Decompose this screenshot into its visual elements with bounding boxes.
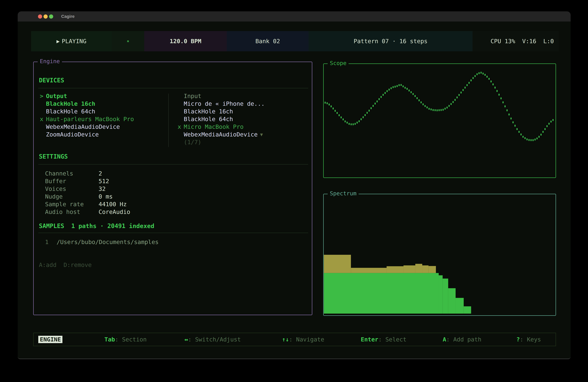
output-device-label: ZoomAudioDevice (46, 131, 99, 138)
column-separator (168, 94, 169, 147)
device-marker (40, 123, 46, 130)
shortcut-key: Tab (105, 336, 115, 343)
setting-value: 44100 Hz (99, 201, 127, 208)
cursor-marker: > (40, 93, 46, 100)
input-header-row: Input (178, 92, 265, 100)
output-device-list: > Output BlackHole 16ch BlackHole 64chxH… (40, 92, 134, 138)
device-marker (178, 116, 184, 122)
transport-label: PLAYING (62, 38, 86, 44)
setting-label: Nudge (45, 193, 99, 200)
window-title: Cagire (61, 14, 75, 19)
output-device-row[interactable]: BlackHole 64ch (40, 108, 134, 115)
setting-label: Sample rate (45, 201, 99, 208)
setting-label: Voices (45, 185, 99, 192)
settings-row[interactable]: Buffer512 (45, 177, 130, 185)
active-device-marker: x (40, 116, 46, 122)
settings-heading: SETTINGS (39, 153, 68, 160)
activity-dot-icon (127, 40, 129, 42)
scope-panel-title: Scope (328, 60, 349, 66)
mode-badge: ENGINE (38, 336, 63, 343)
settings-row[interactable]: Nudge0 ms (45, 193, 130, 200)
settings-row[interactable]: Audio hostCoreAudio (45, 208, 130, 216)
setting-value: CoreAudio (99, 208, 130, 215)
help-bar: ENGINE Tab: Section↔: Switch/Adjust↑↓: N… (33, 333, 556, 346)
shortcut-desc: : Select (378, 336, 406, 343)
input-device-row[interactable]: Micro de « iPhone de... (178, 100, 265, 108)
close-button[interactable] (38, 14, 42, 19)
transport-status: ▶ PLAYING (31, 31, 112, 51)
output-device-row[interactable]: xHaut-parleurs MacBook Pro (40, 115, 134, 123)
shortcut-key: ↔ (185, 336, 188, 343)
setting-label: Audio host (45, 208, 99, 215)
device-marker (178, 131, 184, 138)
setting-value: 512 (99, 178, 109, 184)
titlebar: Cagire (18, 11, 571, 21)
input-device-row[interactable]: WebexMediaAudioDevice▼ (178, 131, 265, 138)
sample-paths-list: 1/Users/bubo/Documents/samples (45, 238, 159, 246)
shortcut-hint: ↑↓: Navigate (282, 336, 324, 343)
bank-display: Bank 02 (227, 31, 309, 51)
divider (38, 164, 308, 164)
input-device-row[interactable]: BlackHole 64ch (178, 115, 265, 123)
input-device-label: Micro de « iPhone de... (184, 100, 265, 107)
device-marker (178, 100, 184, 107)
shortcut-desc: : Keys (520, 336, 541, 343)
input-device-row[interactable]: BlackHole 16ch (178, 108, 265, 115)
sample-path-row[interactable]: 1/Users/bubo/Documents/samples (45, 238, 159, 246)
device-marker (40, 100, 46, 107)
samples-heading: SAMPLES 1 paths · 20491 indexed (39, 222, 154, 229)
device-marker (40, 131, 46, 138)
settings-row[interactable]: Sample rate44100 Hz (45, 200, 130, 208)
input-device-label: WebexMediaAudioDevice (184, 131, 257, 138)
settings-row[interactable]: Voices32 (45, 185, 130, 193)
shortcut-hint: Enter: Select (361, 336, 406, 343)
active-device-marker: x (178, 123, 184, 130)
input-device-list: Input Micro de « iPhone de... BlackHole … (178, 92, 265, 146)
settings-table: Channels2Buffer512Voices32Nudge0 msSampl… (45, 170, 130, 216)
engine-panel: Engine DEVICES > Output BlackHole 16ch B… (33, 62, 312, 315)
device-marker (40, 108, 46, 115)
scope-panel: Scope (323, 63, 556, 178)
output-device-row[interactable]: WebexMediaAudioDevice (40, 123, 134, 131)
setting-value: 0 ms (99, 193, 113, 200)
input-device-label: BlackHole 64ch (184, 116, 233, 122)
devices-heading: DEVICES (39, 77, 64, 84)
shortcut-key: A (443, 336, 446, 343)
divider (38, 233, 308, 233)
status-bar: ▶ PLAYING 120.0 BPM Bank 02 Pattern 07 ·… (31, 31, 559, 51)
input-device-label: Micro MacBook Pro (184, 123, 244, 130)
spectrum-bars (324, 194, 555, 315)
settings-row[interactable]: Channels2 (45, 170, 130, 177)
output-device-row[interactable]: ZoomAudioDevice (40, 131, 134, 138)
input-pager: (1/7) (184, 139, 201, 145)
output-header-row: > Output (40, 92, 134, 100)
cpu-stats: CPU 13% V:16 L:0 (473, 31, 559, 51)
divider (38, 88, 308, 88)
setting-value: 2 (99, 170, 102, 177)
output-device-label: BlackHole 64ch (46, 108, 95, 115)
shortcut-desc: : Switch/Adjust (188, 336, 241, 343)
shortcut-hint: ↔: Switch/Adjust (185, 336, 241, 343)
shortcut-desc: : Section (115, 336, 147, 343)
spectrum-panel: Spectrum (323, 194, 556, 316)
setting-label: Buffer (45, 178, 99, 184)
output-device-row[interactable]: BlackHole 16ch (40, 100, 134, 108)
zoom-button[interactable] (49, 14, 53, 19)
path-text: /Users/bubo/Documents/samples (57, 239, 159, 245)
setting-value: 32 (99, 185, 106, 192)
shortcut-key: Enter (361, 336, 378, 343)
samples-meta: 1 paths · 20491 indexed (71, 222, 154, 229)
shortcut-key: ? (516, 336, 520, 343)
shortcut-key: ↑↓ (282, 336, 289, 343)
minimize-button[interactable] (43, 14, 48, 19)
app-window: Cagire ▶ PLAYING 120.0 BPM Bank 02 Patte… (18, 11, 571, 359)
shortcut-hint: Tab: Section (105, 336, 147, 343)
activity-segment (112, 31, 144, 51)
input-header: Input (184, 93, 201, 100)
engine-panel-title: Engine (38, 58, 62, 64)
input-device-row[interactable]: xMicro MacBook Pro (178, 123, 265, 131)
samples-hint: A:add D:remove (39, 261, 92, 268)
output-device-label: BlackHole 16ch (46, 100, 95, 107)
shortcut-hint: ?: Keys (516, 336, 541, 343)
path-index: 1 (45, 239, 57, 245)
